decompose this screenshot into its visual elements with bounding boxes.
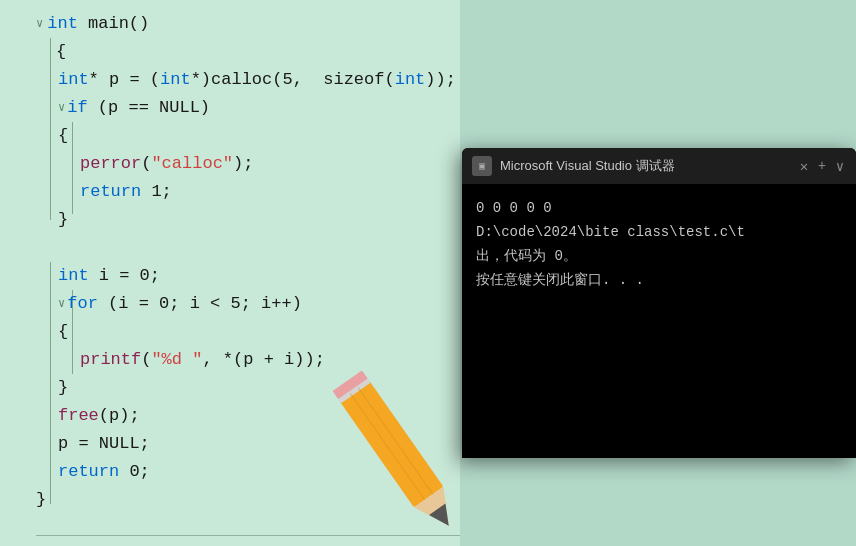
code-line-7: return 1; — [36, 178, 460, 206]
kw-int-main: int — [47, 10, 78, 38]
terminal-titlebar: ▣ Microsoft Visual Studio 调试器 ✕ + ∨ — [462, 148, 856, 184]
pencil-decoration — [330, 356, 470, 546]
code-line-11: ∨ for (i = 0; i < 5; i++) — [36, 290, 460, 318]
terminal-output-2: D:\code\2024\bite class\test.c\t — [476, 220, 842, 244]
svg-rect-0 — [339, 380, 443, 507]
code-line-5: { — [36, 122, 460, 150]
code-line-3: int * p = ( int *)calloc(5, sizeof( int … — [36, 66, 460, 94]
code-line-10: int i = 0; — [36, 262, 460, 290]
terminal-expand-btn[interactable]: ∨ — [834, 160, 846, 172]
terminal-app-icon: ▣ — [472, 156, 492, 176]
terminal-window: ▣ Microsoft Visual Studio 调试器 ✕ + ∨ 0 0 … — [462, 148, 856, 458]
terminal-add-btn[interactable]: + — [816, 160, 828, 172]
fold-arrow-for[interactable]: ∨ — [58, 290, 65, 318]
code-line-9 — [36, 234, 460, 262]
terminal-controls: ✕ + ∨ — [798, 160, 846, 172]
code-line-1: ∨ int main() — [36, 10, 460, 38]
terminal-output-4: 按任意键关闭此窗口. . . — [476, 268, 842, 292]
fold-arrow-main[interactable]: ∨ — [36, 10, 43, 38]
main-sig: main() — [78, 10, 149, 38]
terminal-body: 0 0 0 0 0 D:\code\2024\bite class\test.c… — [462, 184, 856, 458]
terminal-close-btn[interactable]: ✕ — [798, 160, 810, 172]
code-line-2: { — [36, 38, 460, 66]
fold-arrow-if[interactable]: ∨ — [58, 94, 65, 122]
code-line-8: } — [36, 206, 460, 234]
terminal-output-1: 0 0 0 0 0 — [476, 196, 842, 220]
code-line-6: perror ( "calloc" ); — [36, 150, 460, 178]
code-line-4: ∨ if (p == NULL) — [36, 94, 460, 122]
terminal-output-3: 出，代码为 0。 — [476, 244, 842, 268]
terminal-title: Microsoft Visual Studio 调试器 — [500, 157, 790, 175]
code-line-12: { — [36, 318, 460, 346]
